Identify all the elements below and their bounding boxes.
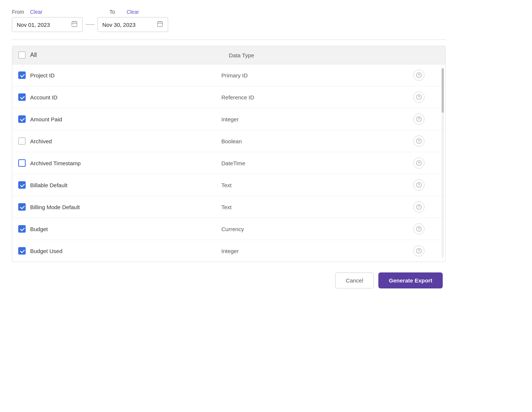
table-row: Amount Paid Integer	[12, 108, 445, 130]
to-date-value: Nov 30, 2023	[102, 22, 153, 28]
row-name-6: Billing Mode Default	[30, 204, 80, 210]
row-checkbox-8[interactable]	[18, 247, 26, 255]
row-datatype-1: Reference ID	[221, 94, 254, 100]
help-icon-3[interactable]	[413, 135, 424, 147]
scrollbar-track[interactable]	[442, 68, 444, 258]
select-all-checkbox[interactable]	[18, 51, 26, 59]
row-right: Integer	[221, 245, 439, 256]
help-icon-1[interactable]	[413, 92, 424, 103]
row-left: Billing Mode Default	[18, 203, 221, 211]
svg-rect-4	[157, 22, 163, 27]
row-left: Account ID	[18, 93, 221, 101]
data-type-header: Data Type	[229, 52, 439, 58]
row-right: Integer	[221, 114, 439, 125]
date-range-separator	[86, 24, 94, 25]
row-name-0: Project ID	[30, 72, 55, 79]
row-checkbox-0[interactable]	[18, 71, 26, 79]
help-icon-8[interactable]	[413, 245, 424, 256]
cancel-button[interactable]: Cancel	[335, 272, 374, 288]
row-right: Primary ID	[221, 70, 439, 81]
row-datatype-0: Primary ID	[221, 72, 248, 79]
from-date-input[interactable]: Nov 01, 2023	[12, 17, 83, 32]
row-checkbox-3[interactable]	[18, 137, 26, 145]
table-row: Budget Used Integer	[12, 240, 445, 262]
help-icon-5[interactable]	[413, 179, 424, 191]
svg-rect-0	[72, 22, 77, 27]
date-range-section: From Clear To Clear Nov 01, 2023 Nov 30,…	[12, 9, 446, 40]
row-checkbox-2[interactable]	[18, 115, 26, 123]
row-name-7: Budget	[30, 226, 48, 232]
table-body: Project ID Primary ID Account ID Referen…	[12, 64, 446, 262]
help-icon-4[interactable]	[413, 157, 424, 169]
row-checkbox-5[interactable]	[18, 181, 26, 189]
row-name-8: Budget Used	[30, 248, 63, 254]
row-left: Budget	[18, 225, 221, 233]
fields-table: All Data Type Project ID Primary ID Acco	[12, 46, 446, 262]
row-name-5: Billable Default	[30, 182, 67, 188]
row-right: Text	[221, 201, 439, 213]
generate-export-button[interactable]: Generate Export	[378, 272, 443, 288]
row-datatype-5: Text	[221, 182, 232, 188]
to-clear-button[interactable]: Clear	[126, 9, 139, 15]
footer-actions: Cancel Generate Export	[12, 272, 446, 288]
from-calendar-icon	[71, 20, 78, 29]
from-date-value: Nov 01, 2023	[17, 22, 67, 28]
row-right: Text	[221, 179, 439, 191]
table-row: Budget Currency	[12, 218, 445, 240]
row-checkbox-6[interactable]	[18, 203, 26, 211]
row-datatype-6: Text	[221, 204, 232, 210]
row-checkbox-7[interactable]	[18, 225, 26, 233]
row-datatype-2: Integer	[221, 116, 239, 122]
row-left: Project ID	[18, 71, 221, 79]
all-label: All	[30, 52, 37, 58]
help-icon-7[interactable]	[413, 223, 424, 234]
row-right: Reference ID	[221, 92, 439, 103]
row-datatype-7: Currency	[221, 226, 244, 232]
table-row: Archived Timestamp DateTime	[12, 152, 445, 174]
row-left: Archived	[18, 137, 221, 145]
row-left: Amount Paid	[18, 115, 221, 123]
row-datatype-4: DateTime	[221, 160, 245, 166]
row-name-3: Archived	[30, 138, 52, 144]
to-calendar-icon	[157, 20, 163, 29]
from-clear-button[interactable]: Clear	[30, 9, 42, 15]
row-right: DateTime	[221, 157, 439, 169]
table-row: Archived Boolean	[12, 130, 445, 152]
help-icon-0[interactable]	[413, 70, 424, 81]
table-row: Project ID Primary ID	[12, 64, 445, 86]
row-datatype-3: Boolean	[221, 138, 242, 144]
row-checkbox-4[interactable]	[18, 159, 26, 167]
row-left: Billable Default	[18, 181, 221, 189]
help-icon-2[interactable]	[413, 114, 424, 125]
from-label: From	[12, 9, 24, 15]
table-row: Account ID Reference ID	[12, 86, 445, 108]
to-label: To	[109, 9, 121, 15]
row-right: Currency	[221, 223, 439, 234]
row-name-4: Archived Timestamp	[30, 160, 81, 166]
table-header-row: All Data Type	[12, 46, 446, 64]
row-left: Archived Timestamp	[18, 159, 221, 167]
row-checkbox-1[interactable]	[18, 93, 26, 101]
row-name-1: Account ID	[30, 94, 57, 100]
table-row: Billable Default Text	[12, 174, 445, 196]
row-datatype-8: Integer	[221, 248, 239, 254]
row-name-2: Amount Paid	[30, 116, 62, 122]
table-row: Billing Mode Default Text	[12, 196, 445, 218]
row-right: Boolean	[221, 135, 439, 147]
to-date-input[interactable]: Nov 30, 2023	[97, 17, 168, 32]
row-left: Budget Used	[18, 247, 221, 255]
scrollbar-thumb	[442, 68, 444, 113]
help-icon-6[interactable]	[413, 201, 424, 213]
